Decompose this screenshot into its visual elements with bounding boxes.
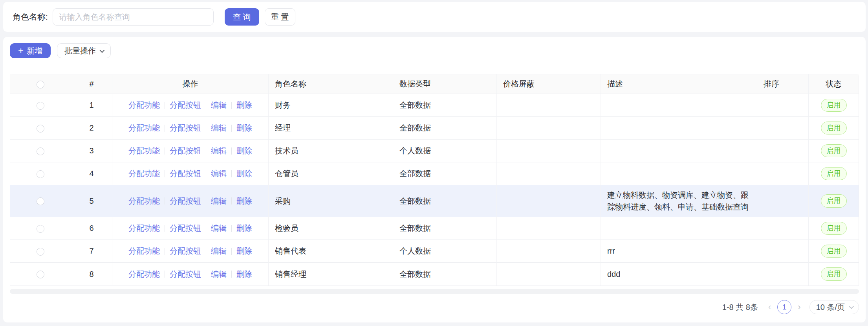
assign-function-link[interactable]: 分配功能 [128, 196, 160, 206]
assign-button-link[interactable]: 分配按钮 [170, 123, 201, 133]
table-header-row: # 操作 角色名称 数据类型 价格屏蔽 描述 排序 状态 [10, 74, 859, 94]
edit-link[interactable]: 编辑 [211, 269, 227, 280]
header-actions: 操作 [112, 74, 269, 94]
description-cell: ddd [601, 263, 757, 285]
assign-function-link[interactable]: 分配功能 [128, 223, 160, 234]
edit-link[interactable]: 编辑 [211, 123, 227, 133]
divider [231, 102, 232, 109]
delete-link[interactable]: 删除 [236, 123, 252, 133]
delete-link[interactable]: 删除 [236, 100, 252, 111]
header-select-all [10, 74, 71, 94]
assign-button-link[interactable]: 分配按钮 [170, 246, 201, 256]
divider [206, 147, 206, 155]
page-number-button[interactable]: 1 [777, 300, 791, 314]
status-badge: 启用 [821, 122, 847, 135]
row-index: 2 [71, 117, 112, 140]
table-row[interactable]: 6 分配功能 分配按钮 编辑 删除 检验员 全部数据 启用 [10, 217, 859, 240]
row-checkbox[interactable] [37, 197, 44, 205]
page-size-select[interactable]: 10 条/页 [809, 300, 859, 314]
table-row[interactable]: 3 分配功能 分配按钮 编辑 删除 技术员 个人数据 启用 [10, 140, 859, 162]
divider [206, 197, 206, 204]
row-checkbox[interactable] [37, 225, 44, 233]
add-button[interactable]: + 新增 [10, 43, 51, 58]
row-index: 7 [71, 240, 112, 263]
assign-function-link[interactable]: 分配功能 [128, 246, 160, 256]
edit-link[interactable]: 编辑 [211, 196, 227, 206]
select-all-checkbox[interactable] [37, 81, 44, 88]
status-badge: 启用 [821, 194, 847, 208]
assign-button-link[interactable]: 分配按钮 [170, 223, 201, 234]
horizontal-scrollbar[interactable] [10, 289, 859, 294]
edit-link[interactable]: 编辑 [211, 168, 227, 179]
data-type-cell: 全部数据 [393, 185, 497, 217]
data-type-cell: 全部数据 [393, 263, 497, 285]
role-name-cell: 销售代表 [269, 240, 393, 263]
assign-button-link[interactable]: 分配按钮 [170, 196, 201, 206]
search-button[interactable]: 查 询 [225, 8, 259, 26]
data-type-cell: 个人数据 [393, 140, 497, 162]
data-type-cell: 全部数据 [393, 117, 497, 140]
price-mask-cell [497, 140, 601, 162]
delete-link[interactable]: 删除 [236, 246, 252, 256]
row-checkbox[interactable] [37, 271, 44, 278]
prev-page-icon[interactable]: ‹ [765, 302, 774, 312]
chevron-down-icon [849, 304, 854, 309]
edit-link[interactable]: 编辑 [211, 246, 227, 256]
role-name-search-input[interactable] [53, 8, 214, 26]
sort-cell [757, 162, 809, 185]
row-checkbox[interactable] [37, 125, 44, 133]
pagination-total: 1-8 共 8条 [722, 302, 758, 313]
table-row[interactable]: 1 分配功能 分配按钮 编辑 删除 财务 全部数据 启用 [10, 94, 859, 117]
divider [165, 197, 165, 204]
divider [206, 102, 206, 109]
divider [165, 248, 165, 255]
batch-actions-dropdown[interactable]: 批量操作 [57, 43, 111, 58]
delete-link[interactable]: 删除 [236, 146, 252, 156]
status-badge: 启用 [821, 144, 847, 158]
role-name-cell: 检验员 [269, 217, 393, 240]
table-row-selected[interactable]: 5 分配功能 分配按钮 编辑 删除 采购 全部数据 建立物料数据、物资调库、建立… [10, 185, 859, 217]
filter-bar: 角色名称: 查 询 重 置 [3, 2, 866, 32]
status-badge: 启用 [821, 222, 847, 235]
table-row[interactable]: 8 分配功能 分配按钮 编辑 删除 销售经理 全部数据 ddd 启用 [10, 263, 859, 285]
description-cell [601, 162, 757, 185]
assign-function-link[interactable]: 分配功能 [128, 146, 160, 156]
assign-button-link[interactable]: 分配按钮 [170, 146, 201, 156]
row-checkbox[interactable] [37, 102, 44, 110]
next-page-icon[interactable]: › [795, 302, 804, 312]
add-button-label: 新增 [27, 46, 42, 56]
edit-link[interactable]: 编辑 [211, 146, 227, 156]
assign-function-link[interactable]: 分配功能 [128, 100, 160, 111]
status-badge: 启用 [821, 167, 847, 180]
table-row[interactable]: 2 分配功能 分配按钮 编辑 删除 经理 全部数据 启用 [10, 117, 859, 140]
delete-link[interactable]: 删除 [236, 196, 252, 206]
sort-cell [757, 217, 809, 240]
assign-button-link[interactable]: 分配按钮 [170, 269, 201, 280]
data-type-cell: 全部数据 [393, 94, 497, 117]
header-description: 描述 [601, 74, 757, 94]
row-checkbox[interactable] [37, 170, 44, 178]
row-checkbox[interactable] [37, 147, 44, 155]
assign-button-link[interactable]: 分配按钮 [170, 100, 201, 111]
assign-function-link[interactable]: 分配功能 [128, 168, 160, 179]
delete-link[interactable]: 删除 [236, 269, 252, 280]
edit-link[interactable]: 编辑 [211, 223, 227, 234]
row-checkbox[interactable] [37, 248, 44, 256]
divider [231, 197, 232, 204]
plus-icon: + [18, 46, 24, 55]
table-row[interactable]: 7 分配功能 分配按钮 编辑 删除 销售代表 个人数据 rrr 启用 [10, 240, 859, 263]
row-index: 6 [71, 217, 112, 240]
status-badge: 启用 [821, 99, 847, 112]
header-role-name: 角色名称 [269, 74, 393, 94]
reset-button[interactable]: 重 置 [265, 8, 295, 26]
role-name-cell: 经理 [269, 117, 393, 140]
edit-link[interactable]: 编辑 [211, 100, 227, 111]
delete-link[interactable]: 删除 [236, 168, 252, 179]
price-mask-cell [497, 185, 601, 217]
row-index: 5 [71, 185, 112, 217]
assign-button-link[interactable]: 分配按钮 [170, 168, 201, 179]
assign-function-link[interactable]: 分配功能 [128, 123, 160, 133]
assign-function-link[interactable]: 分配功能 [128, 269, 160, 280]
delete-link[interactable]: 删除 [236, 223, 252, 234]
table-row[interactable]: 4 分配功能 分配按钮 编辑 删除 仓管员 全部数据 启用 [10, 162, 859, 185]
